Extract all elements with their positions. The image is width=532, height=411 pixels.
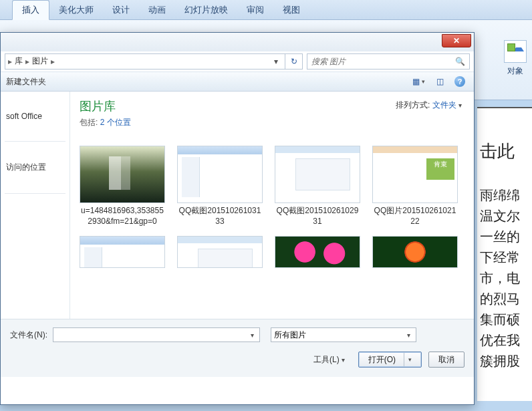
file-name: QQ图片20151026102122 [372,206,458,227]
file-item[interactable] [275,236,360,268]
file-item[interactable]: QQ截图20151026103133 [177,146,263,227]
filetype-value [274,330,404,339]
dialog-body: soft Office 访问的位置 图片库 包括: 2 个位置 排列方式: 文件… [1,92,474,319]
sidebar: soft Office 访问的位置 [1,92,70,319]
file-item[interactable] [80,236,165,268]
document-title-fragment: 击此 [480,141,515,161]
breadcrumb[interactable]: ▸ 库 ▸ 图片 ▸ ▾ [5,53,285,70]
document-body-text: 雨绵绵温文尔一丝的下经常市，电的烈马集而硕优在我簇拥股 [480,188,520,368]
sort-label: 排列方式: [396,100,430,110]
sort-value-link[interactable]: 文件夹 [432,100,456,110]
chevron-down-icon[interactable]: ▾ [404,331,413,339]
breadcrumb-seg-library[interactable]: 库 [12,55,25,67]
open-label: 打开(O) [368,354,396,366]
image-thumbnail [178,146,262,202]
image-thumbnail [178,237,262,267]
help-button[interactable]: ? [451,74,469,89]
cancel-label: 取消 [438,354,454,366]
image-thumbnail [80,146,164,202]
tools-menu[interactable]: 工具(L)▾ [313,354,345,366]
library-subtitle-prefix: 包括: [80,118,100,127]
file-open-dialog: ✕ ▸ 库 ▸ 图片 ▸ ▾ ↻ 🔍 新建文件夹 ▦ ◫ ? [0,32,475,405]
image-thumbnail [80,237,164,267]
sidebar-separator [5,193,65,194]
tab-review[interactable]: 审阅 [237,1,273,19]
ribbon-group-object[interactable]: 对象 [500,40,531,77]
file-item[interactable] [372,236,458,268]
document-area: 击此 雨绵绵温文尔一丝的下经常市，电的烈马集而硕优在我簇拥股 [477,107,532,401]
search-icon: 🔍 [455,57,465,66]
image-thumbnail [275,237,360,267]
file-item[interactable]: QQ截图20151026102931 [275,146,360,227]
file-item[interactable]: u=1484816963,3538552930&fm=21&gp=0 [80,146,165,227]
ribbon-tabs: 插入 美化大师 设计 动画 幻灯片放映 审阅 视图 [0,0,532,20]
file-name: QQ截图20151026102931 [275,206,360,227]
breadcrumb-seg-pictures[interactable]: 图片 [29,55,51,67]
object-icon [504,40,527,63]
sidebar-separator [5,141,65,142]
sidebar-item-office[interactable]: soft Office [5,105,65,128]
view-thumbnails-icon: ▦ [412,77,420,86]
open-button[interactable]: 打开(O) ▾ [358,352,422,368]
library-locations-link[interactable]: 2 个位置 [100,118,131,127]
preview-pane-button[interactable]: ◫ [432,74,447,89]
filetype-combo[interactable]: ▾ [271,327,416,342]
chevron-down-icon: ▾ [342,356,345,364]
tab-insert[interactable]: 插入 [12,0,49,20]
new-folder-button[interactable]: 新建文件夹 [6,76,46,88]
close-button[interactable]: ✕ [442,34,471,47]
refresh-icon: ↻ [291,57,297,66]
image-thumbnail [275,146,360,202]
object-label: 对象 [500,65,531,77]
file-item[interactable]: QQ图片20151026102122 [372,146,458,227]
filename-combo[interactable]: ▾ [53,327,260,342]
tab-view[interactable]: 视图 [273,1,309,19]
image-thumbnail [373,237,457,267]
content-pane: 图片库 包括: 2 个位置 排列方式: 文件夹 ▾ u=1484816963,3… [70,92,474,319]
file-item[interactable] [177,236,263,268]
help-icon: ? [454,76,465,87]
filename-input[interactable] [56,330,248,339]
sort-row: 排列方式: 文件夹 ▾ [396,100,462,111]
sidebar-item-recent[interactable]: 访问的位置 [5,155,65,180]
chevron-down-icon: ▾ [458,102,462,109]
view-mode-button[interactable]: ▦ [409,74,428,89]
dialog-bottom: 文件名(N): ▾ ▾ 工具(L)▾ 打开(O) ▾ 取消 [1,319,474,377]
tab-slideshow[interactable]: 幻灯片放映 [175,1,237,19]
thumbnail-grid: u=1484816963,3538552930&fm=21&gp=0 QQ截图2… [80,146,464,268]
refresh-button[interactable]: ↻ [285,53,303,70]
file-name: u=1484816963,3538552930&fm=21&gp=0 [80,206,165,227]
preview-pane-icon: ◫ [436,77,444,86]
close-icon: ✕ [453,36,460,45]
tab-animation[interactable]: 动画 [139,1,175,19]
chevron-down-icon[interactable]: ▾ [408,356,412,363]
dialog-nav: ▸ 库 ▸ 图片 ▸ ▾ ↻ 🔍 [1,51,474,72]
breadcrumb-dropdown[interactable]: ▾ [270,57,282,66]
filename-label: 文件名(N): [10,329,47,341]
library-subtitle: 包括: 2 个位置 [80,117,464,128]
chevron-down-icon[interactable]: ▾ [248,331,257,339]
tools-label: 工具(L) [313,355,340,364]
dialog-titlebar: ✕ [1,33,474,51]
dialog-toolbar: 新建文件夹 ▦ ◫ ? [1,72,474,92]
tab-beautify[interactable]: 美化大师 [49,1,103,19]
cancel-button[interactable]: 取消 [428,352,464,368]
chevron-right-icon: ▸ [51,57,55,66]
tab-design[interactable]: 设计 [103,1,139,19]
search-input[interactable] [311,57,455,66]
button-split [404,353,404,366]
file-name: QQ截图20151026103133 [177,206,263,227]
search-box[interactable]: 🔍 [307,53,470,70]
image-thumbnail [373,146,457,202]
